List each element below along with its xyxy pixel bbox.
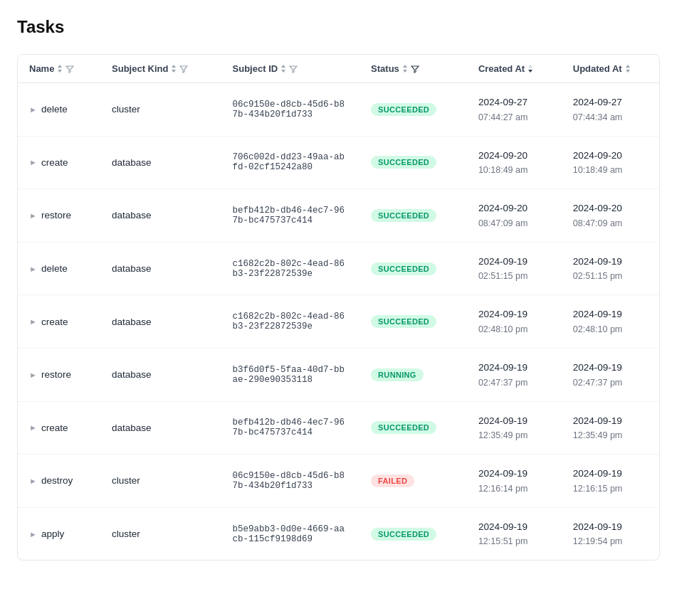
created-at-sort-icon[interactable] <box>528 65 533 73</box>
status-sort-icon[interactable] <box>402 65 408 73</box>
created-at-time: 12:35:49 pm <box>478 428 550 442</box>
task-name: apply <box>41 529 64 539</box>
status-cell: SUCCEEDED <box>360 295 467 349</box>
subject-kind-sort-icon[interactable] <box>171 65 177 73</box>
name-cell: ► destroy <box>18 455 100 508</box>
table-row: ► create database c1682c2b-802c-4ead-86b… <box>18 295 659 349</box>
task-name: create <box>41 423 68 433</box>
created-at-time: 08:47:09 am <box>478 216 550 230</box>
subject-kind-filter-icon[interactable] <box>179 65 188 73</box>
expand-icon[interactable]: ► <box>29 105 37 114</box>
created-at-time: 07:44:27 am <box>478 110 550 124</box>
col-header-subject-id: Subject ID <box>221 55 360 83</box>
updated-at-cell: 2024-09-19 12:19:54 pm <box>562 507 659 560</box>
table-row: ► restore database b3f6d0f5-5faa-40d7-bb… <box>18 348 659 401</box>
subject-id-cell: c1682c2b-802c-4ead-86b3-23f22872539e <box>221 242 360 295</box>
name-cell: ► create <box>18 401 100 455</box>
status-badge: FAILED <box>371 474 414 487</box>
expand-icon[interactable]: ► <box>29 265 37 273</box>
expand-icon[interactable]: ► <box>29 158 37 166</box>
name-sort-icon[interactable] <box>57 65 63 73</box>
task-name: restore <box>41 210 71 221</box>
page-title: Tasks <box>17 17 660 37</box>
status-cell: SUCCEEDED <box>360 136 467 189</box>
task-name: delete <box>41 104 68 115</box>
name-cell: ► create <box>18 295 100 349</box>
table-row: ► destroy cluster 06c9150e-d8cb-45d6-b87… <box>18 455 659 508</box>
updated-at-time: 02:48:10 pm <box>573 322 648 336</box>
table-row: ► delete database c1682c2b-802c-4ead-86b… <box>18 242 659 295</box>
col-subject-id-label: Subject ID <box>233 63 278 74</box>
updated-at-cell: 2024-09-19 02:47:37 pm <box>562 348 659 401</box>
subject-id-filter-icon[interactable] <box>289 65 298 73</box>
name-filter-icon[interactable] <box>65 65 74 73</box>
created-at-cell: 2024-09-19 12:16:14 pm <box>467 455 562 508</box>
status-badge: SUCCEEDED <box>371 262 436 275</box>
created-at-cell: 2024-09-27 07:44:27 am <box>467 83 562 137</box>
updated-at-cell: 2024-09-19 12:35:49 pm <box>562 401 659 455</box>
subject-id-sort-icon[interactable] <box>280 65 286 73</box>
subject-id-cell: b5e9abb3-0d0e-4669-aacb-115cf9198d69 <box>221 507 360 560</box>
updated-at-time: 08:47:09 am <box>573 216 648 230</box>
status-badge: SUCCEEDED <box>371 421 436 434</box>
name-cell: ► apply <box>18 507 100 560</box>
updated-at-date: 2024-09-20 <box>573 201 648 216</box>
created-at-date: 2024-09-19 <box>478 254 550 270</box>
updated-at-cell: 2024-09-20 08:47:09 am <box>562 189 659 243</box>
created-at-time: 12:15:51 pm <box>478 534 550 548</box>
tasks-table-container: Name <box>17 54 660 561</box>
updated-at-time: 02:47:37 pm <box>573 376 648 390</box>
table-row: ► create database befb412b-db46-4ec7-967… <box>18 401 659 455</box>
created-at-date: 2024-09-27 <box>478 95 550 110</box>
created-at-date: 2024-09-20 <box>478 148 550 164</box>
expand-icon[interactable]: ► <box>29 211 37 220</box>
subject-id-cell: befb412b-db46-4ec7-967b-bc475737c414 <box>221 401 360 455</box>
created-at-date: 2024-09-19 <box>478 360 550 376</box>
status-badge: RUNNING <box>371 368 424 381</box>
status-badge: SUCCEEDED <box>371 103 436 116</box>
expand-icon[interactable]: ► <box>29 477 37 485</box>
subject-kind-cell: database <box>100 189 221 243</box>
updated-at-date: 2024-09-19 <box>573 413 648 429</box>
updated-at-date: 2024-09-19 <box>573 254 648 270</box>
table-row: ► restore database befb412b-db46-4ec7-96… <box>18 189 659 243</box>
subject-id-cell: befb412b-db46-4ec7-967b-bc475737c414 <box>221 189 360 243</box>
created-at-time: 12:16:14 pm <box>478 482 550 496</box>
task-name: delete <box>41 263 68 274</box>
status-badge: SUCCEEDED <box>371 528 436 541</box>
updated-at-sort-icon[interactable] <box>625 65 631 73</box>
status-cell: SUCCEEDED <box>360 189 467 243</box>
col-header-subject-kind: Subject Kind <box>100 55 221 83</box>
updated-at-cell: 2024-09-19 02:51:15 pm <box>562 242 659 295</box>
created-at-cell: 2024-09-19 12:15:51 pm <box>467 507 562 560</box>
status-badge: SUCCEEDED <box>371 209 436 222</box>
updated-at-date: 2024-09-27 <box>573 95 648 110</box>
col-header-status: Status <box>360 55 467 83</box>
expand-icon[interactable]: ► <box>29 317 37 326</box>
created-at-date: 2024-09-19 <box>478 413 550 429</box>
expand-icon[interactable]: ► <box>29 371 37 379</box>
status-cell: RUNNING <box>360 348 467 401</box>
name-cell: ► restore <box>18 189 100 243</box>
col-name-label: Name <box>29 63 54 74</box>
updated-at-cell: 2024-09-19 02:48:10 pm <box>562 295 659 349</box>
subject-id-cell: 06c9150e-d8cb-45d6-b87b-434b20f1d733 <box>221 83 360 137</box>
subject-id-cell: 706c002d-dd23-49aa-abfd-02cf15242a80 <box>221 136 360 189</box>
status-badge: SUCCEEDED <box>371 156 436 169</box>
created-at-time: 02:47:37 pm <box>478 376 550 390</box>
col-created-at-label: Created At <box>478 63 525 74</box>
updated-at-time: 10:18:49 am <box>573 163 648 177</box>
created-at-cell: 2024-09-20 10:18:49 am <box>467 136 562 189</box>
task-name: create <box>41 317 68 327</box>
updated-at-cell: 2024-09-27 07:44:34 am <box>562 83 659 137</box>
status-cell: SUCCEEDED <box>360 507 467 560</box>
expand-icon[interactable]: ► <box>29 530 37 538</box>
subject-kind-cell: database <box>100 136 221 189</box>
updated-at-cell: 2024-09-20 10:18:49 am <box>562 136 659 189</box>
status-filter-icon[interactable] <box>411 65 419 73</box>
expand-icon[interactable]: ► <box>29 423 37 432</box>
task-name: restore <box>41 369 71 380</box>
created-at-time: 02:48:10 pm <box>478 322 550 336</box>
created-at-date: 2024-09-19 <box>478 466 550 482</box>
table-header-row: Name <box>18 55 659 83</box>
